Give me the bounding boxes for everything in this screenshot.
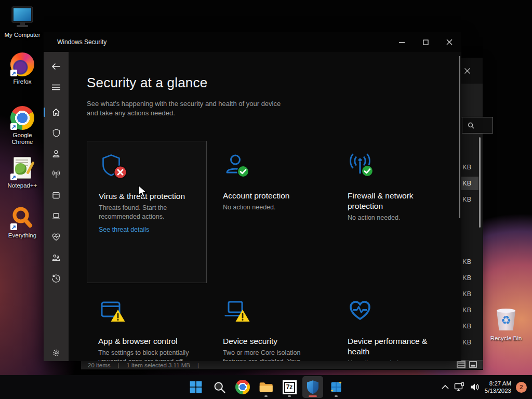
7zip-icon: 7z	[283, 380, 297, 394]
nav-account-protection[interactable]	[44, 145, 69, 162]
explorer-search-input[interactable]	[462, 117, 493, 134]
desktop-icon-my-computer[interactable]: My Computer	[0, 5, 45, 38]
desktop-icon-everything[interactable]: Everything	[0, 206, 45, 239]
menu-button[interactable]	[44, 79, 69, 96]
tile-account-protection[interactable]: Account protection No action needed.	[211, 141, 331, 283]
security-nav-rail	[44, 52, 69, 361]
taskbar-windows-security-button[interactable]	[302, 376, 323, 398]
details-view-button[interactable]	[457, 361, 466, 368]
shortcut-arrow-icon	[10, 70, 17, 76]
status-selection: 1 item selected 3.11 MB	[126, 362, 190, 368]
status-separator: |	[117, 362, 119, 368]
maximize-icon	[423, 39, 429, 45]
app-window-icon	[51, 191, 61, 200]
antenna-icon	[51, 170, 61, 179]
desktop-icon-recycle-bin[interactable]: ♻ Recycle Bin	[487, 307, 525, 341]
nav-protection-history[interactable]	[44, 270, 69, 287]
tray-clock[interactable]: 8:27 AM 5/13/2023	[485, 380, 511, 394]
mouse-cursor	[138, 185, 149, 201]
settings-button[interactable]	[44, 344, 69, 361]
shield-icon	[52, 128, 61, 138]
explorer-close-button[interactable]	[460, 64, 474, 77]
desktop-icon-label: Notepad++	[0, 182, 45, 189]
nav-virus-threat-protection[interactable]	[44, 125, 69, 141]
close-icon	[464, 68, 471, 74]
desktop-icon-label: My Computer	[0, 32, 45, 38]
taskbar-search-button[interactable]	[209, 376, 230, 398]
tile-virus-threat-protection[interactable]: Virus & threat protection Threats found.…	[87, 141, 207, 283]
gear-icon	[51, 348, 61, 357]
taskbar-chrome-button[interactable]	[232, 376, 253, 398]
security-main-content: Security at a glance See what's happenin…	[69, 52, 461, 361]
nav-home[interactable]	[44, 104, 69, 121]
nav-device-performance-health[interactable]	[44, 229, 69, 245]
speaker-icon	[470, 383, 480, 391]
tray-date: 5/13/2023	[485, 387, 511, 394]
page-title: Security at a glance	[87, 75, 207, 91]
history-icon	[51, 274, 61, 283]
chrome-icon	[235, 380, 250, 394]
explorer-statusbar: 20 items | 1 item selected 3.11 MB |	[81, 360, 483, 369]
tile-title: Device performance & health	[348, 336, 446, 357]
taskbar: 7z 8:27 AM 5/13/2	[0, 375, 532, 399]
nav-device-security[interactable]	[44, 208, 69, 224]
tile-description: No action needed.	[348, 214, 446, 222]
status-items-count: 20 items	[88, 362, 110, 368]
explorer-scrollbar[interactable]	[479, 137, 481, 228]
desktop-icon-google-chrome[interactable]: Google Chrome	[0, 105, 45, 145]
tile-app-browser-control[interactable]: App & browser control The settings to bl…	[87, 286, 207, 361]
warning-badge-icon	[110, 309, 126, 323]
maximize-button[interactable]	[414, 32, 437, 52]
tile-description: The settings to block potentially unwant…	[98, 349, 196, 361]
security-scrollbar[interactable]	[459, 56, 460, 218]
tile-firewall-network[interactable]: Firewall & network protection No action …	[336, 141, 456, 283]
recycle-bin-icon: ♻	[493, 307, 519, 332]
folder-icon	[259, 381, 273, 393]
network-monitor-icon	[454, 382, 466, 392]
ok-badge-icon	[361, 165, 374, 177]
heart-pulse-icon	[348, 298, 373, 323]
nav-app-browser-control[interactable]	[44, 187, 69, 204]
tray-volume-button[interactable]	[470, 383, 480, 391]
status-separator: |	[197, 362, 199, 368]
taskbar-windows-app-button[interactable]	[326, 376, 347, 398]
window-title: Windows Security	[57, 38, 107, 46]
taskbar-7zip-button[interactable]: 7z	[279, 376, 300, 398]
desktop-icon-label: Everything	[0, 232, 45, 239]
laptop-icon	[51, 211, 61, 221]
desktop: My Computer Firefox Google Chrome	[0, 0, 532, 399]
desktop-icon-label: Google Chrome	[4, 132, 41, 145]
close-icon	[446, 39, 453, 45]
error-badge-icon	[113, 165, 127, 179]
active-indicator	[309, 395, 317, 397]
tray-time: 8:27 AM	[485, 380, 511, 387]
see-threat-details-link[interactable]: See threat details	[99, 226, 196, 233]
tray-show-hidden-icons-button[interactable]	[441, 384, 449, 390]
back-button[interactable]	[44, 58, 69, 75]
7zip-label: 7z	[284, 382, 295, 393]
shortcut-arrow-icon	[10, 174, 17, 180]
family-icon	[51, 253, 61, 262]
tile-title: App & browser control	[98, 336, 196, 347]
minimize-button[interactable]	[390, 32, 414, 52]
back-icon	[51, 63, 61, 70]
nav-firewall-network[interactable]	[44, 166, 69, 183]
tray-network-button[interactable]	[454, 382, 466, 392]
running-indicator	[335, 395, 338, 397]
start-button[interactable]	[185, 376, 206, 398]
thumbnail-view-button[interactable]	[469, 361, 477, 368]
tile-device-performance-health[interactable]: Device performance & health No action ne…	[336, 286, 456, 361]
nav-family-options[interactable]	[44, 249, 69, 266]
desktop-icon-notepadpp[interactable]: Notepad++	[0, 156, 45, 189]
running-indicator	[264, 395, 268, 397]
shortcut-arrow-icon	[10, 223, 17, 230]
close-button[interactable]	[437, 32, 461, 52]
tile-device-security[interactable]: Device security Two or more Core isolati…	[211, 286, 331, 361]
desktop-icon-label: Firefox	[0, 78, 45, 85]
tile-title: Account protection	[223, 191, 321, 201]
shortcut-arrow-icon	[10, 123, 17, 130]
desktop-icon-firefox[interactable]: Firefox	[0, 52, 45, 85]
tile-title: Device security	[223, 336, 321, 347]
notification-badge[interactable]: 2	[516, 382, 527, 393]
taskbar-explorer-button[interactable]	[256, 376, 276, 398]
